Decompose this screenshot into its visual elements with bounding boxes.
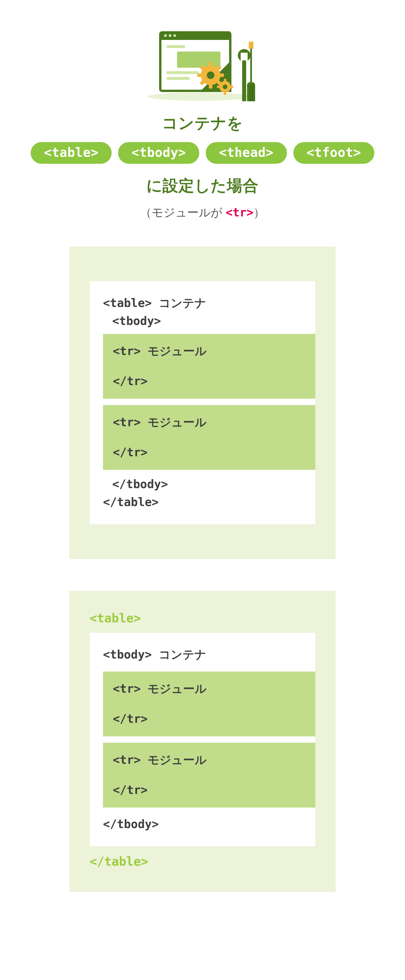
pill-tfoot: <tfoot> [293,142,375,164]
tr-close: </tr> [113,710,305,728]
module-row: <tr> モジュール </tr> [103,743,315,808]
pill-thead: <thead> [206,142,287,164]
module-stack: <tr> モジュール </tr> <tr> モジュール </tr> [103,671,315,808]
diagram-outer: <table> <tbody> コンテナ <tr> モジュール </tr> <t… [70,591,335,892]
svg-rect-6 [167,45,185,48]
module-row: <tr> モジュール </tr> [103,334,315,399]
tbody-open-tag: <tbody> [103,312,302,330]
subtitle: （モジュールが <tr>） [0,205,405,221]
tbody-close-tag: </tbody> [103,475,302,493]
svg-rect-11 [209,62,212,67]
container-close-tag: </table> [103,493,302,511]
tr-close: </tr> [113,781,305,799]
page: コンテナを <table> <tbody> <thead> <tfoot> に設… [0,0,405,926]
tr-close: </tr> [113,443,305,461]
outer-open-tag: <table> [90,611,315,625]
svg-point-3 [164,35,167,37]
svg-point-5 [173,35,176,37]
svg-rect-13 [197,73,202,77]
subtitle-prefix: （モジュールが [140,206,226,219]
svg-rect-23 [217,86,220,88]
svg-rect-12 [209,84,212,89]
diagram-table-container: <table> コンテナ <tbody> <tr> モジュール </tr> <t… [70,247,335,559]
tr-open: <tr> モジュール [113,342,305,360]
svg-rect-29 [247,82,255,101]
svg-point-0 [148,92,252,101]
svg-rect-9 [167,77,190,80]
hero-illustration [142,26,263,101]
pill-table: <table> [31,142,112,164]
diagram-tbody-container: <table> <tbody> コンテナ <tr> モジュール </tr> <t… [70,591,335,892]
svg-rect-14 [219,73,224,77]
container-close-tag: </tbody> [103,815,302,833]
svg-rect-22 [224,92,226,95]
svg-rect-31 [252,85,253,101]
svg-point-19 [207,72,214,79]
svg-rect-27 [249,42,253,49]
svg-rect-24 [230,86,233,88]
subtitle-tag: <tr> [226,206,253,219]
hero: コンテナを <table> <tbody> <thead> <tfoot> に設… [0,26,405,221]
container-box: <table> コンテナ <tbody> <tr> モジュール </tr> <t… [90,281,315,524]
container-box: <tbody> コンテナ <tr> モジュール </tr> <tr> モジュール… [90,633,315,846]
tr-open: <tr> モジュール [113,751,305,769]
svg-rect-26 [242,60,246,101]
tr-open: <tr> モジュール [113,413,305,431]
diagrams: <table> コンテナ <tbody> <tr> モジュール </tr> <t… [0,247,405,892]
tr-open: <tr> モジュール [113,680,305,698]
module-row: <tr> モジュール </tr> [103,671,315,737]
heading-line-1: コンテナを [0,113,405,134]
pill-row: <table> <tbody> <thead> <tfoot> [0,142,405,164]
svg-rect-7 [177,51,221,68]
svg-point-25 [223,84,227,89]
svg-rect-8 [167,71,199,74]
svg-rect-21 [224,79,226,81]
container-open-tag: <table> コンテナ [103,294,302,312]
outer-close-tag: </table> [90,854,315,869]
svg-point-4 [169,35,172,37]
tr-close: </tr> [113,372,305,390]
subtitle-suffix: ） [253,206,265,219]
module-stack: <tr> モジュール </tr> <tr> モジュール </tr> [103,334,315,470]
module-row: <tr> モジュール </tr> [103,405,315,470]
container-open-tag: <tbody> コンテナ [103,646,302,663]
pill-tbody: <tbody> [118,142,199,164]
svg-rect-28 [250,49,252,82]
heading-line-2: に設定した場合 [0,175,405,196]
svg-rect-30 [249,85,251,101]
diagram-outer: <table> コンテナ <tbody> <tr> モジュール </tr> <t… [70,247,335,559]
